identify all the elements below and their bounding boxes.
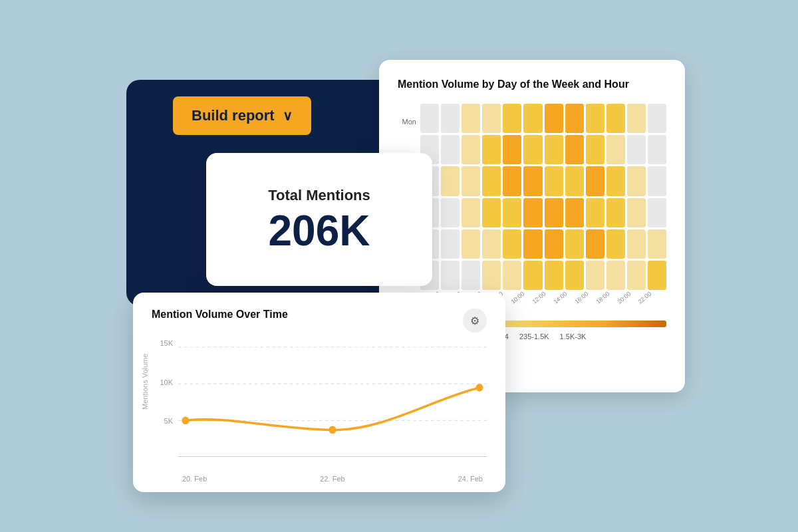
heatmap-cell <box>586 135 604 164</box>
heatmap-cell <box>482 135 501 164</box>
heatmap-cell <box>648 261 666 290</box>
heatmap-cell <box>606 135 625 164</box>
chevron-down-icon: ∨ <box>283 108 293 124</box>
heatmap-cell <box>545 104 563 133</box>
heatmap-cell <box>606 104 625 133</box>
heatmap-cell <box>462 198 480 227</box>
heatmap-cell <box>627 229 646 259</box>
gear-icon: ⚙ <box>470 315 479 327</box>
x-label-12: 12:00 <box>531 291 547 305</box>
total-mentions-label: Total Mentions <box>268 187 370 204</box>
heatmap-cell <box>586 104 604 133</box>
heatmap-cell <box>586 261 604 290</box>
heatmap-cell <box>441 166 460 196</box>
heatmap-cell <box>523 166 542 196</box>
heatmap-cell <box>523 261 542 290</box>
linechart-card: Mention Volume Over Time ⚙ Mentions Volu… <box>133 293 505 492</box>
x-label-20: 20:00 <box>616 291 632 305</box>
heatmap-cell <box>441 198 460 227</box>
heatmap-cell <box>482 261 501 290</box>
heatmap-cell <box>503 261 521 290</box>
heatmap-cell <box>627 198 646 227</box>
heatmap-cell <box>565 166 584 196</box>
heatmap-cell <box>586 166 604 196</box>
heatmap-cell <box>565 229 584 259</box>
y-tick-10k: 10K <box>160 378 173 386</box>
heatmap-cell <box>648 135 666 164</box>
heatmap-cell <box>441 261 460 290</box>
heatmap-cell <box>565 198 584 227</box>
svg-point-6 <box>475 384 483 392</box>
heatmap-cell <box>627 104 646 133</box>
heatmap-cell <box>441 229 460 259</box>
heatmap-cell <box>648 229 666 259</box>
heatmap-y-label-mon: Mon <box>398 118 416 126</box>
heatmap-cell <box>648 104 666 133</box>
linechart-y-axis: Mentions Volume 15K 10K 5K <box>152 339 178 472</box>
x-tick-24feb: 24. Feb <box>458 475 483 483</box>
x-tick-20feb: 20. Feb <box>182 475 207 483</box>
gear-button[interactable]: ⚙ <box>463 309 487 332</box>
x-label-22: 22:00 <box>637 291 653 305</box>
heatmap-grid <box>420 104 666 290</box>
heatmap-cell <box>441 135 460 164</box>
heatmap-cell <box>606 198 625 227</box>
heatmap-cell <box>503 166 521 196</box>
heatmap-cell <box>441 104 460 133</box>
linechart-header: Mention Volume Over Time ⚙ <box>152 309 487 332</box>
heatmap-cell <box>545 261 563 290</box>
heatmap-cell <box>565 135 584 164</box>
x-tick-22feb: 22. Feb <box>320 475 344 483</box>
linechart-title: Mention Volume Over Time <box>152 309 288 321</box>
heatmap-cell <box>503 104 521 133</box>
heatmap-cell <box>648 198 666 227</box>
heatmap-cell <box>503 198 521 227</box>
heatmap-cell <box>523 198 542 227</box>
heatmap-cell <box>482 198 501 227</box>
heatmap-cell <box>627 135 646 164</box>
svg-point-5 <box>329 426 336 434</box>
heatmap-cell <box>482 166 501 196</box>
x-label-14: 14:00 <box>553 291 569 305</box>
heatmap-cell <box>606 261 625 290</box>
heatmap-cell <box>523 104 542 133</box>
heatmap-cell <box>586 229 604 259</box>
heatmap-cell <box>545 229 563 259</box>
heatmap-cell <box>627 261 646 290</box>
heatmap-cell <box>627 166 646 196</box>
build-report-label: Build report <box>192 107 275 124</box>
heatmap-cell <box>586 198 604 227</box>
heatmap-cell <box>482 104 501 133</box>
heatmap-cell <box>523 135 542 164</box>
linechart-area: Mentions Volume 15K 10K 5K <box>152 339 487 472</box>
svg-point-4 <box>182 416 190 424</box>
x-label-16: 16:00 <box>573 291 589 305</box>
x-label-18: 18:00 <box>595 291 610 305</box>
y-tick-15k: 15K <box>160 339 173 347</box>
heatmap-cell <box>606 229 625 259</box>
heatmap-cell <box>482 229 501 259</box>
heatmap-cell <box>545 135 563 164</box>
x-label-10: 10:00 <box>510 291 526 305</box>
heatmap-cell <box>545 166 563 196</box>
heatmap-title: Mention Volume by Day of the Week and Ho… <box>398 78 666 90</box>
heatmap-cell <box>648 166 666 196</box>
legend-235-1.5k: 235-1.5K <box>519 332 549 340</box>
legend-1.5k-3k: 1.5K-3K <box>560 332 587 340</box>
heatmap-cell <box>545 198 563 227</box>
y-axis-label: Mentions Volume <box>141 354 149 410</box>
build-report-button[interactable]: Build report ∨ <box>173 96 311 135</box>
heatmap-cell <box>420 104 439 133</box>
heatmap-cell <box>565 104 584 133</box>
linechart-svg: 20. Feb 22. Feb 24. Feb <box>178 339 487 472</box>
heatmap-cell <box>503 135 521 164</box>
heatmap-cell <box>606 166 625 196</box>
y-tick-5k: 5K <box>164 417 173 425</box>
heatmap-cell <box>503 229 521 259</box>
heatmap-cell <box>462 166 480 196</box>
total-mentions-card: Total Mentions 206K <box>206 153 432 286</box>
total-mentions-value: 206K <box>269 209 370 252</box>
heatmap-cell <box>565 261 584 290</box>
line-chart-svg <box>178 339 487 472</box>
heatmap-cell <box>523 229 542 259</box>
